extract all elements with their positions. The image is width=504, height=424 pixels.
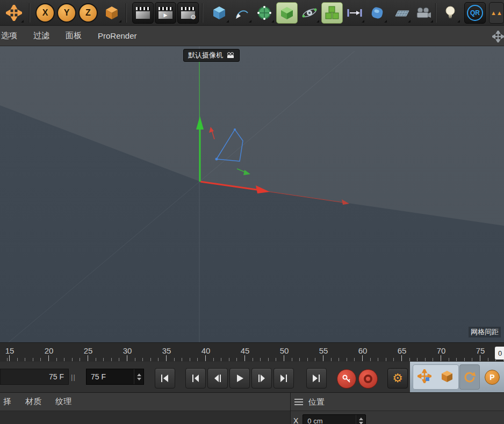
position-icon [417, 369, 431, 383]
scale-icon [440, 369, 454, 383]
render-settings-button[interactable]: ⚙ [177, 2, 199, 24]
goto-end-button[interactable] [306, 368, 327, 389]
camera-hud-label[interactable]: 默认摄像机 [183, 49, 240, 62]
play-icon: ▶ [164, 13, 168, 18]
goto-start-icon [161, 375, 169, 382]
dropdown-corner-icon [249, 20, 251, 23]
coordinates-header: 位置 [294, 393, 325, 411]
ruler-label: 70 [437, 346, 446, 355]
ruler-label: 50 [280, 346, 289, 355]
goto-next-key-button[interactable] [273, 368, 294, 389]
mograph-cloner-button[interactable] [321, 2, 343, 24]
dropdown-corner-icon [362, 20, 364, 23]
viewport-menubar: 选项 过滤 面板 ProRender [0, 26, 504, 46]
lock-y-button[interactable]: Y [57, 3, 76, 23]
goto-start-button[interactable] [155, 368, 175, 389]
dropdown-corner-icon [226, 20, 229, 23]
coordinate-system-button[interactable] [101, 2, 123, 24]
subdivision-surface-button[interactable] [254, 2, 275, 24]
prev-key-icon [191, 375, 200, 382]
qr-badge-button[interactable]: QR [464, 2, 486, 24]
coordinates-x-row: X 0 cm [293, 414, 366, 424]
top-toolbar: X Y Z ▶ [0, 0, 504, 26]
atom-icon [301, 5, 318, 21]
spin-down-icon[interactable] [359, 422, 363, 424]
goto-end-icon [312, 375, 321, 382]
viewport-canvas[interactable]: 默认摄像机 网格间距 [0, 46, 504, 342]
dropdown-corner-icon [21, 20, 24, 23]
array-atom-button[interactable] [299, 2, 320, 24]
deformer-button[interactable] [366, 2, 388, 24]
keyframe-settings-button[interactable]: ⚙ [387, 368, 408, 389]
goto-prev-key-button[interactable] [185, 368, 206, 389]
ruler-label: 75 [476, 346, 485, 355]
toolbar-separator [202, 3, 203, 23]
render-view-button[interactable] [132, 2, 154, 24]
goto-prev-frame-button[interactable] [207, 368, 228, 389]
record-position-toggle[interactable] [417, 369, 431, 385]
current-frame-spinner[interactable]: 75 F [86, 369, 144, 385]
bottom-panels: 择 材质 纹理 位置 X 0 cm [0, 392, 504, 424]
menu-select[interactable]: 择 [3, 397, 11, 407]
x-spinner-arrows[interactable] [356, 415, 365, 424]
environment-floor-button[interactable] [390, 2, 412, 24]
timeline-ruler[interactable]: 15 20 25 30 35 40 45 50 55 60 65 70 75 0 [0, 342, 504, 362]
lock-x-button[interactable]: X [35, 3, 55, 23]
menu-prorender[interactable]: ProRender [98, 31, 137, 40]
render-picture-viewer-button[interactable]: ▶ [155, 2, 176, 24]
viewport-scene [0, 46, 504, 342]
ruler-label: 35 [162, 346, 171, 355]
dropdown-corner-icon [271, 20, 274, 23]
record-ring-icon [364, 375, 372, 383]
character-joint-button[interactable] [344, 2, 365, 24]
record-scale-toggle[interactable] [440, 369, 454, 385]
spin-down-icon[interactable] [137, 378, 141, 380]
record-parameter-toggle[interactable]: P [482, 364, 502, 390]
floor-grid-icon [392, 6, 409, 19]
next-frame-icon [257, 375, 266, 382]
axis-y-label: Y [64, 8, 70, 18]
dropdown-corner-icon [408, 20, 411, 23]
range-handle[interactable]: || [71, 369, 76, 385]
hamburger-icon[interactable] [294, 399, 303, 405]
spline-pen-button[interactable] [231, 2, 253, 24]
play-button[interactable] [229, 368, 250, 389]
spin-up-icon[interactable] [359, 418, 363, 420]
transport-bar: 75 F || 75 F [0, 362, 504, 392]
ruler-major-ticks [0, 355, 504, 361]
filmstrip-icon [159, 7, 172, 10]
rotation-icon [463, 370, 477, 384]
timeline-marker[interactable]: 0 [495, 347, 504, 360]
render-area-icon [136, 11, 150, 19]
play-icon [235, 375, 244, 382]
axis-z-label: Z [85, 8, 91, 18]
material-manager-menubar: 择 材质 纹理 [0, 393, 504, 411]
x-position-field[interactable]: 0 cm [303, 414, 366, 424]
camera-label-text: 默认摄像机 [188, 51, 223, 60]
autokey-button[interactable] [358, 369, 378, 389]
spin-up-icon[interactable] [137, 373, 141, 376]
menu-material[interactable]: 材质 [25, 397, 41, 407]
goto-next-frame-button[interactable] [251, 368, 272, 389]
menu-options[interactable]: 选项 [1, 31, 17, 41]
viewport-pan-icon[interactable] [492, 31, 504, 44]
prev-frame-icon [213, 375, 222, 382]
deformer-blob-icon [370, 5, 385, 20]
primitive-cube-button[interactable] [208, 2, 230, 24]
ruler-label: 60 [358, 346, 368, 355]
record-rotation-toggle[interactable] [459, 364, 480, 390]
light-button[interactable] [440, 2, 461, 24]
record-keyframe-button[interactable] [337, 369, 356, 389]
menu-filter[interactable]: 过滤 [33, 31, 49, 41]
move-tool-button[interactable] [3, 2, 25, 24]
menu-panel[interactable]: 面板 [66, 31, 82, 41]
volume-builder-button[interactable] [276, 2, 298, 24]
subdivision-sphere-icon [256, 5, 272, 21]
timeline-range-display[interactable]: 75 F [0, 369, 69, 385]
frame-spinner-arrows[interactable] [134, 369, 143, 384]
lock-z-button[interactable]: Z [78, 3, 98, 23]
menu-texture[interactable]: 纹理 [55, 397, 71, 407]
camera-button[interactable] [413, 2, 434, 24]
parameter-icon: P [485, 370, 500, 385]
axis-band-partial-button[interactable]: ▲▲ [489, 2, 504, 24]
